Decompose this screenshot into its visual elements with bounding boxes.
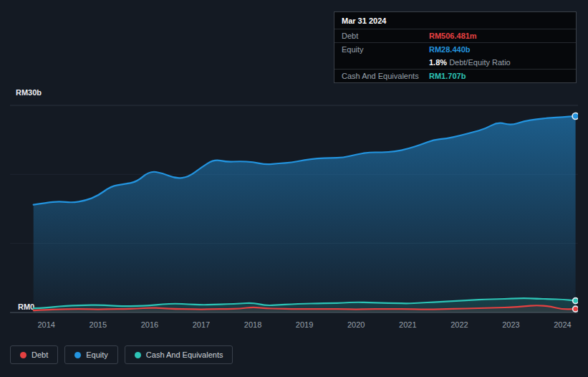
x-axis-label-2014: 2014 xyxy=(37,320,54,329)
tooltip-debt-value: RM506.481m xyxy=(429,32,477,40)
x-axis-label-2021: 2021 xyxy=(399,320,416,329)
x-axis-label-2018: 2018 xyxy=(244,320,261,329)
x-axis-label-2016: 2016 xyxy=(141,320,158,329)
legend-item-equity[interactable]: Equity xyxy=(64,345,118,364)
legend-item-debt[interactable]: Debt xyxy=(10,345,58,364)
x-axis-label-2019: 2019 xyxy=(296,320,313,329)
endpoint-marker-debt[interactable] xyxy=(573,306,578,312)
x-axis-label-2017: 2017 xyxy=(193,320,210,329)
chart-legend: Debt Equity Cash And Equivalents xyxy=(10,345,233,364)
tooltip-equity-label: Equity xyxy=(342,45,429,54)
tooltip-date: Mar 31 2024 xyxy=(334,12,576,29)
debt-equity-history-chart: Mar 31 2024 Debt RM506.481m Equity RM28.… xyxy=(0,0,588,377)
tooltip-ratio-row: 1.8% Debt/Equity Ratio xyxy=(334,56,576,70)
x-axis-label-2015: 2015 xyxy=(90,320,107,329)
tooltip-equity-row: Equity RM28.440b xyxy=(334,43,576,56)
endpoint-marker-cash-and-equivalents[interactable] xyxy=(573,298,578,304)
tooltip-cash-label: Cash And Equivalents xyxy=(342,72,429,80)
tooltip-ratio-value: 1.8% Debt/Equity Ratio xyxy=(429,58,511,67)
x-axis-label-2023: 2023 xyxy=(502,320,519,329)
tooltip-cash-row: Cash And Equivalents RM1.707b xyxy=(334,70,576,82)
tooltip-equity-value: RM28.440b xyxy=(429,45,470,54)
equity-dot-icon xyxy=(74,352,81,358)
series-area-equity xyxy=(34,116,576,312)
debt-dot-icon xyxy=(20,352,26,358)
ratio-percent: 1.8% xyxy=(429,58,447,67)
x-axis-label-2020: 2020 xyxy=(347,320,365,329)
x-axis-label-2022: 2022 xyxy=(450,320,468,329)
y-axis-label-top: RM30b xyxy=(16,88,42,97)
tooltip-debt-row: Debt RM506.481m xyxy=(334,29,576,43)
tooltip-cash-value: RM1.707b xyxy=(429,72,466,80)
legend-debt-label: Debt xyxy=(32,350,48,359)
chart-tooltip: Mar 31 2024 Debt RM506.481m Equity RM28.… xyxy=(334,11,577,83)
ratio-caption: Debt/Equity Ratio xyxy=(447,58,511,67)
tooltip-debt-label: Debt xyxy=(342,32,429,40)
x-axis-label-2024: 2024 xyxy=(554,320,571,329)
legend-equity-label: Equity xyxy=(86,350,108,359)
cash-dot-icon xyxy=(135,352,141,358)
chart-plot[interactable]: 2014201520162017201820192020202120222023… xyxy=(10,100,578,337)
legend-item-cash[interactable]: Cash And Equivalents xyxy=(125,345,233,364)
legend-cash-label: Cash And Equivalents xyxy=(146,350,223,359)
endpoint-marker-equity[interactable] xyxy=(572,113,578,120)
